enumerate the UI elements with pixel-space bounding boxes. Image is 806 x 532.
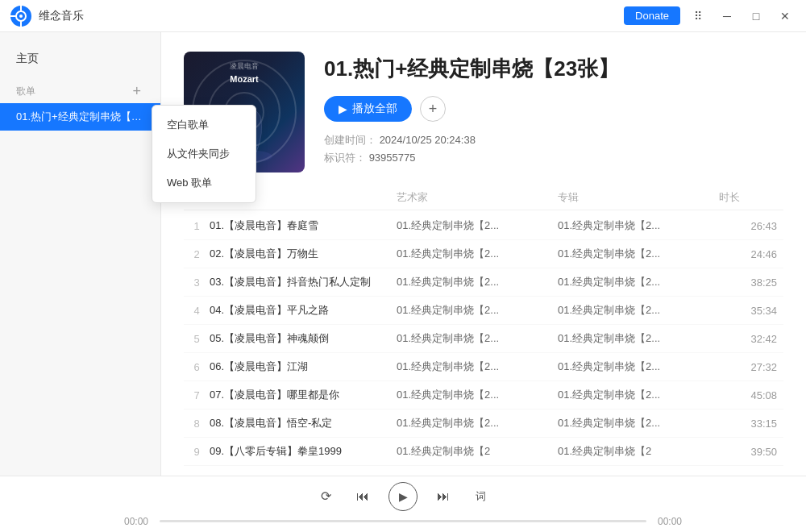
- lyrics-button[interactable]: 词: [469, 485, 492, 508]
- table-row[interactable]: 4 04.【凌晨电音】平凡之路 01.经典定制串烧【2... 01.经典定制串烧…: [184, 297, 783, 325]
- titlebar-controls: Donate ⠿ ─ □ ✕: [624, 5, 796, 27]
- prev-icon: ⏮: [356, 489, 369, 504]
- track-artist: 01.经典定制串烧【2...: [397, 416, 558, 430]
- track-artist: 01.经典定制串烧【2...: [397, 388, 558, 402]
- table-row[interactable]: 3 03.【凌晨电音】抖音热门私人定制 01.经典定制串烧【2... 01.经典…: [184, 268, 783, 297]
- track-album: 01.经典定制串烧【2...: [558, 218, 719, 233]
- track-duration: 33:15: [719, 418, 783, 430]
- progress-bar-container: 00:00 00:00: [121, 516, 685, 527]
- play-all-label: 播放全部: [352, 102, 397, 116]
- id-value: 93955775: [369, 152, 416, 164]
- add-to-playlist-button[interactable]: +: [420, 96, 446, 122]
- track-duration: 24:46: [719, 248, 783, 260]
- track-artist: 01.经典定制串烧【2...: [397, 247, 558, 261]
- playlist-title: 01.热门+经典定制串烧【23张】: [324, 55, 783, 83]
- created-time-row: 创建时间： 2024/10/25 20:24:38: [324, 133, 783, 148]
- scatter-icon: ⠿: [694, 10, 702, 23]
- track-title: 01.【凌晨电音】春庭雪: [210, 218, 397, 233]
- minimize-icon: ─: [723, 10, 731, 23]
- table-row[interactable]: 2 02.【凌晨电音】万物生 01.经典定制串烧【2... 01.经典定制串烧【…: [184, 240, 783, 268]
- next-button[interactable]: ⏭: [432, 485, 455, 508]
- context-menu-item[interactable]: 从文件夹同步: [152, 139, 256, 168]
- sidebar-playlist-item[interactable]: 01.热门+经典定制串烧【23张】: [0, 103, 160, 131]
- header-duration: 时长: [719, 190, 783, 205]
- track-duration: 35:34: [719, 305, 783, 317]
- track-album: 01.经典定制串烧【2...: [558, 360, 719, 374]
- track-num: 8: [184, 418, 210, 430]
- created-value: 2024/10/25 20:24:38: [380, 134, 476, 146]
- svg-point-2: [19, 15, 23, 18]
- table-row[interactable]: 9 09.【八零后专辑】拳皇1999 01.经典定制串烧【2 01.经典定制串烧…: [184, 438, 783, 466]
- prev-button[interactable]: ⏮: [351, 485, 374, 508]
- track-album: 01.经典定制串烧【2...: [558, 247, 719, 261]
- next-icon: ⏭: [437, 489, 450, 504]
- play-icon: ▶: [339, 102, 347, 115]
- track-artist: 01.经典定制串烧【2: [397, 444, 558, 459]
- track-album: 01.经典定制串烧【2...: [558, 416, 719, 430]
- context-menu-item[interactable]: 空白歌单: [152, 110, 256, 139]
- track-list: 标题 艺术家 专辑 时长 1 01.【凌晨电音】春庭雪 01.经典定制串烧【2.…: [161, 185, 806, 476]
- track-duration: 26:43: [719, 220, 783, 232]
- content-area: 凌晨电音 Mozart 01.热门+经典定制串烧【23张】 ▶ 播放全部: [161, 32, 806, 476]
- sidebar-item-home[interactable]: 主页: [0, 45, 160, 73]
- track-artist: 01.经典定制串烧【2...: [397, 360, 558, 374]
- add-playlist-button[interactable]: +: [129, 84, 144, 98]
- track-album: 01.经典定制串烧【2...: [558, 388, 719, 402]
- progress-bar[interactable]: [160, 520, 646, 522]
- track-duration: 32:42: [719, 333, 783, 345]
- track-num: 4: [184, 305, 210, 317]
- sidebar-section-playlist: 歌单 +: [0, 73, 160, 103]
- table-row[interactable]: 6 06.【凌晨电音】江湖 01.经典定制串烧【2... 01.经典定制串烧【2…: [184, 353, 783, 381]
- play-pause-icon: ▶: [399, 490, 408, 503]
- context-menu: 空白歌单从文件夹同步Web 歌单: [152, 105, 256, 203]
- playlist-actions: ▶ 播放全部 +: [324, 96, 783, 122]
- maximize-button[interactable]: □: [745, 5, 767, 27]
- track-album: 01.经典定制串烧【2...: [558, 331, 719, 346]
- track-album: 01.经典定制串烧【2...: [558, 303, 719, 318]
- context-menu-item[interactable]: Web 歌单: [152, 168, 256, 197]
- track-duration: 27:32: [719, 361, 783, 373]
- created-label: 创建时间：: [324, 134, 376, 146]
- track-num: 5: [184, 333, 210, 345]
- playlist-info: 01.热门+经典定制串烧【23张】 ▶ 播放全部 + 创建时间： 2024/10…: [324, 52, 783, 168]
- player-controls: ⟳ ⏮ ▶ ⏭ 词: [314, 482, 492, 511]
- table-row[interactable]: 5 05.【凌晨电音】神魂颠倒 01.经典定制串烧【2... 01.经典定制串烧…: [184, 325, 783, 353]
- track-title: 07.【凌晨电音】哪里都是你: [210, 388, 397, 402]
- table-row[interactable]: 1 01.【凌晨电音】春庭雪 01.经典定制串烧【2... 01.经典定制串烧【…: [184, 212, 783, 240]
- track-artist: 01.经典定制串烧【2...: [397, 303, 558, 318]
- track-duration: 38:25: [719, 276, 783, 289]
- track-duration: 39:50: [719, 446, 783, 458]
- table-row[interactable]: 8 08.【凌晨电音】悟空-私定 01.经典定制串烧【2... 01.经典定制串…: [184, 409, 783, 438]
- maximize-icon: □: [753, 10, 759, 23]
- id-row: 标识符： 93955775: [324, 151, 783, 165]
- current-time: 00:00: [121, 516, 152, 527]
- header-artist: 艺术家: [397, 190, 558, 205]
- track-title: 08.【凌晨电音】悟空-私定: [210, 416, 397, 430]
- track-title: 05.【凌晨电音】神魂颠倒: [210, 331, 397, 346]
- play-pause-button[interactable]: ▶: [388, 482, 418, 511]
- art-top-text: 凌晨电音: [230, 61, 259, 72]
- track-title: 04.【凌晨电音】平凡之路: [210, 303, 397, 318]
- track-duration: 45:08: [719, 389, 783, 401]
- total-time: 00:00: [654, 516, 685, 527]
- close-icon: ✕: [780, 10, 790, 23]
- track-num: 7: [184, 389, 210, 401]
- scatter-icon-button[interactable]: ⠿: [687, 5, 709, 27]
- player-bar: ⟳ ⏮ ▶ ⏭ 词 00:00 00:00: [0, 476, 806, 532]
- track-album: 01.经典定制串烧【2: [558, 444, 719, 459]
- play-all-button[interactable]: ▶ 播放全部: [324, 96, 412, 122]
- repeat-button[interactable]: ⟳: [314, 485, 337, 508]
- titlebar: 维念音乐 Donate ⠿ ─ □ ✕: [0, 0, 806, 32]
- track-artist: 01.经典定制串烧【2...: [397, 275, 558, 289]
- minimize-button[interactable]: ─: [716, 5, 738, 27]
- track-artist: 01.经典定制串烧【2...: [397, 331, 558, 346]
- track-num: 3: [184, 276, 210, 289]
- app-title: 维念音乐: [39, 9, 84, 23]
- track-artist: 01.经典定制串烧【2...: [397, 218, 558, 233]
- donate-button[interactable]: Donate: [624, 6, 680, 25]
- track-num: 6: [184, 361, 210, 373]
- table-row[interactable]: 7 07.【凌晨电音】哪里都是你 01.经典定制串烧【2... 01.经典定制串…: [184, 381, 783, 409]
- art-title-text: Mozart: [230, 74, 258, 84]
- track-num: 2: [184, 248, 210, 260]
- close-button[interactable]: ✕: [774, 5, 796, 27]
